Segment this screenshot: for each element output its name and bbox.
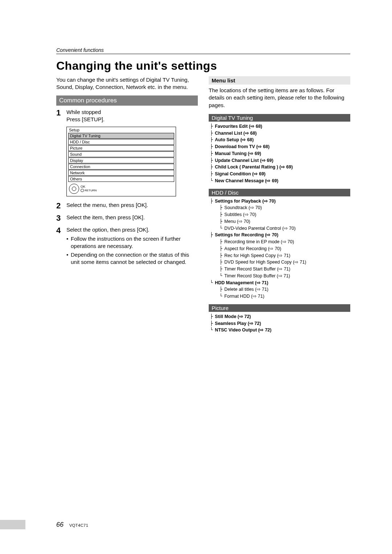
menu-list-intro: The locations of the setting items are a…	[209, 87, 350, 109]
right-column: Menu list The locations of the setting i…	[209, 76, 350, 338]
step-number: 4	[56, 226, 66, 266]
tree-subitem: Timer Record Start Buffer (⇨ 71)	[224, 266, 290, 273]
tree-item: Settings for Recording (⇨ 70)	[215, 232, 278, 239]
page-content: Convenient functions Changing the unit's…	[0, 0, 392, 338]
tree-item: Settings for Playback (⇨ 70)	[215, 198, 275, 205]
tree-item: HDD Management (⇨ 71)	[215, 280, 268, 286]
setup-menu-item: Sound	[68, 151, 174, 157]
menu-list-heading: Menu list	[209, 76, 350, 85]
setup-menu-item: Digital TV Tuning	[68, 133, 174, 139]
tree-subitem: Subtitles (⇨ 70)	[224, 211, 256, 218]
tree-item: Child Lock ( Parental Rating ) (⇨ 69)	[215, 164, 293, 171]
tree-subitem: Aspect for Recording (⇨ 70)	[224, 245, 281, 252]
setup-menu-item: Others	[68, 176, 174, 182]
step-text: Select the item, then press [OK].	[66, 214, 198, 223]
tree-item: New Channel Message (⇨ 69)	[215, 178, 278, 184]
tree-subitem: Recording time in EP mode (⇨ 70)	[224, 239, 294, 245]
setup-menu-item: Connection	[68, 164, 174, 170]
intro-text: You can change the unit's settings of Di…	[56, 76, 198, 91]
setup-menu-item: Picture	[68, 145, 174, 151]
tree-item: NTSC Video Output (⇨ 72)	[215, 327, 271, 334]
return-label: RETURN	[85, 189, 97, 192]
tree-item: Seamless Play (⇨ 72)	[215, 320, 261, 327]
setup-menu-item: Display	[68, 158, 174, 163]
tree-picture: ├ Still Mode (⇨ 72) ├ Seamless Play (⇨ 7…	[209, 313, 350, 334]
ok-label: OK	[81, 185, 97, 189]
tree-item: Manual Tuning (⇨ 69)	[215, 150, 261, 157]
tree-subitem: Rec for High Speed Copy (⇨ 71)	[224, 252, 290, 259]
tree-item: Channel List (⇨ 68)	[215, 130, 257, 137]
page-number: 66	[56, 521, 64, 528]
step-2: 2 Select the menu, then press [OK].	[56, 201, 198, 210]
page-footer: 66 VQT4C71	[56, 521, 88, 529]
left-column: You can change the unit's settings of Di…	[56, 76, 198, 338]
dpad-icon	[69, 184, 79, 194]
step-4: 4 Select the option, then press [OK]. •F…	[56, 226, 198, 266]
doc-id: VQT4C71	[69, 523, 88, 527]
step-bullet: Follow the instructions on the screen if…	[71, 235, 198, 250]
step-bullet: Depending on the connection or the statu…	[71, 251, 198, 266]
tree-subitem: Menu (⇨ 70)	[224, 218, 250, 225]
tree-subitem: DVD Speed for High Speed Copy (⇨ 71)	[224, 259, 306, 266]
section-label: Convenient functions	[56, 47, 350, 54]
tree-item: Update Channel List (⇨ 69)	[215, 157, 273, 164]
step-text: While stopped	[66, 109, 198, 116]
common-procedures-heading: Common procedures	[56, 95, 198, 106]
tree-item: Favourites Edit (⇨ 68)	[215, 123, 262, 130]
setup-menu-item: Network	[68, 170, 174, 176]
setup-menu-item: HDD / Disc	[68, 139, 174, 145]
step-text: Select the option, then press [OK].	[66, 226, 198, 233]
step-text: Press [SETUP].	[66, 116, 198, 123]
setup-menu-title: Setup	[67, 127, 176, 133]
tree-item: Download from TV (⇨ 68)	[215, 143, 270, 150]
step-1: 1 While stopped Press [SETUP].	[56, 109, 198, 123]
step-number: 3	[56, 214, 66, 223]
step-3: 3 Select the item, then press [OK].	[56, 214, 198, 223]
step-number: 1	[56, 109, 66, 123]
setup-controls: OK RETURN	[67, 182, 176, 196]
tree-subitem: Timer Record Stop Buffer (⇨ 71)	[224, 273, 290, 280]
page-edge-tab	[0, 520, 25, 529]
category-digital-tv: Digital TV Tuning	[209, 114, 350, 122]
tree-item: Auto Setup (⇨ 68)	[215, 137, 254, 143]
category-hdd-disc: HDD / Disc	[209, 189, 350, 196]
step-number: 2	[56, 201, 66, 210]
tree-subitem: DVD-Video Parental Control (⇨ 70)	[224, 225, 295, 232]
tree-hdd: ├ Settings for Playback (⇨ 70) ├ Soundtr…	[209, 198, 350, 300]
category-picture: Picture	[209, 304, 350, 312]
tree-subitem: Delete all titles (⇨ 71)	[224, 286, 268, 293]
tree-subitem: Format HDD (⇨ 71)	[224, 293, 264, 300]
tree-item: Signal Condition (⇨ 69)	[215, 171, 265, 178]
tree-item: Still Mode (⇨ 72)	[215, 313, 251, 320]
step-text: Select the menu, then press [OK].	[66, 201, 198, 210]
setup-menu-figure: Setup Digital TV Tuning HDD / Disc Pictu…	[66, 127, 176, 196]
tree-subitem: Soundtrack (⇨ 70)	[224, 204, 262, 211]
tree-digital: ├ Favourites Edit (⇨ 68) ├ Channel List …	[209, 123, 350, 184]
page-title: Changing the unit's settings	[56, 59, 350, 73]
return-icon	[81, 189, 84, 192]
